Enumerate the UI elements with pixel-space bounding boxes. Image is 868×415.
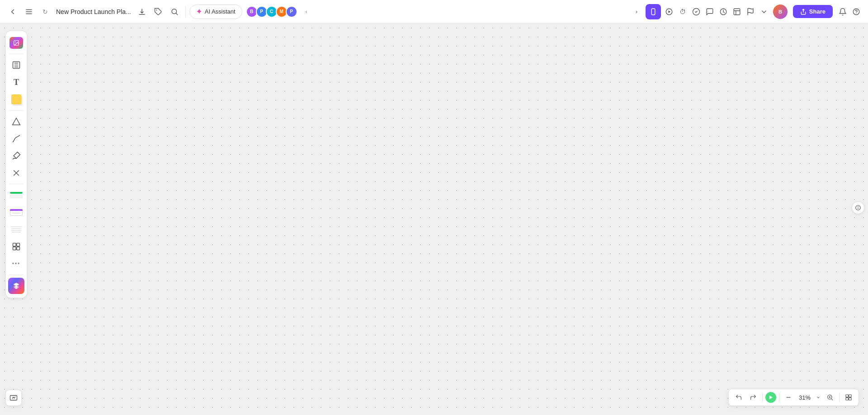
more-tools-dots: ••• [12, 261, 21, 267]
svg-rect-28 [849, 398, 851, 400]
user-avatar[interactable]: B [773, 5, 788, 19]
svg-point-0 [156, 9, 157, 10]
comment-button[interactable] [703, 5, 716, 18]
svg-rect-15 [17, 243, 20, 247]
card-header [10, 209, 23, 211]
zoom-level-display[interactable]: 31% [797, 394, 813, 401]
canvas-area[interactable] [0, 23, 868, 415]
brand-tool[interactable] [8, 278, 24, 294]
shape-tool[interactable] [8, 113, 24, 130]
minimap-button[interactable] [5, 390, 22, 406]
text-tool[interactable]: T [8, 74, 24, 90]
color-bar-green [10, 192, 23, 194]
controls-divider-2 [779, 393, 779, 402]
pen-tool[interactable] [8, 131, 24, 147]
svg-rect-14 [13, 243, 16, 247]
download-button[interactable] [135, 5, 149, 19]
svg-marker-11 [13, 118, 20, 125]
more-right-button[interactable] [758, 5, 770, 18]
svg-point-1 [172, 9, 177, 14]
table-body [10, 195, 23, 198]
controls-divider [762, 393, 763, 402]
document-title[interactable]: New Product Launch Pla... [56, 8, 131, 15]
sticky-tool[interactable] [8, 91, 24, 107]
sidebar-separator [9, 54, 24, 54]
doc-line-3 [11, 230, 22, 231]
timer-button[interactable]: ⏱ [676, 5, 689, 18]
collaborator-avatars: B P C M P [246, 6, 297, 18]
svg-line-22 [831, 399, 833, 400]
controls-divider-3 [839, 393, 840, 402]
svg-rect-5 [734, 9, 740, 15]
svg-rect-16 [13, 247, 16, 250]
top-toolbar: ↻ New Product Launch Pla... ✦ AI Assista… [0, 0, 868, 23]
zoom-in-button[interactable] [824, 391, 836, 404]
doc-tool[interactable] [8, 221, 24, 238]
svg-marker-3 [668, 10, 670, 13]
avatar-5: P [286, 6, 297, 18]
vote-button[interactable] [690, 5, 703, 18]
sticky-icon [11, 94, 21, 104]
svg-marker-19 [769, 396, 773, 399]
svg-point-9 [15, 42, 16, 42]
brand-icon [8, 278, 24, 294]
notification-button[interactable] [836, 5, 849, 18]
doc-line-4 [12, 232, 21, 233]
expand-button[interactable]: › [629, 5, 644, 19]
flag-button[interactable] [744, 5, 757, 18]
table-tool[interactable] [8, 187, 24, 203]
svg-rect-27 [846, 398, 848, 400]
ai-assistant-label: AI Assistant [205, 8, 236, 15]
card-tool[interactable] [8, 204, 24, 220]
redo-button[interactable] [747, 391, 760, 404]
collapse-panel-button[interactable]: ‹ [299, 5, 314, 19]
share-button[interactable]: Share [793, 5, 833, 18]
ai-logo: ✦ [196, 8, 202, 16]
ai-assistant-button[interactable]: ✦ AI Assistant [189, 5, 242, 19]
more-tools[interactable]: ••• [8, 256, 24, 272]
connector-tool[interactable] [8, 165, 24, 181]
svg-point-7 [853, 9, 859, 15]
highlight-tool[interactable] [8, 148, 24, 164]
text-tool-icon: T [14, 78, 19, 87]
undo-button[interactable] [732, 391, 745, 404]
sidebar-separator-4 [9, 275, 24, 275]
grid-tool[interactable] [8, 238, 24, 255]
card-body [10, 211, 23, 216]
svg-rect-25 [846, 395, 848, 397]
play-button[interactable] [663, 5, 675, 18]
doc-title-text: New Product Launch Pla... [56, 8, 131, 15]
back-button[interactable] [5, 5, 20, 19]
info-button[interactable] [852, 201, 864, 214]
user-initial: B [778, 9, 782, 14]
fit-view-button[interactable] [842, 391, 855, 404]
right-toolbar: › ⏱ B Share [629, 4, 863, 19]
doc-line-1 [10, 226, 22, 227]
menu-button[interactable] [22, 5, 36, 19]
help-button[interactable] [850, 5, 863, 18]
doc-line-2 [11, 228, 21, 229]
sync-button[interactable]: ↻ [38, 5, 52, 19]
layout-button[interactable] [731, 5, 743, 18]
history-button[interactable] [717, 5, 730, 18]
image-tool[interactable] [8, 35, 24, 51]
sidebar-separator-2 [9, 110, 24, 111]
svg-rect-26 [849, 395, 851, 397]
search-button[interactable] [167, 5, 182, 19]
tag-button[interactable] [151, 5, 165, 19]
left-sidebar: T ••• [5, 31, 27, 298]
sidebar-separator-3 [9, 184, 24, 184]
toolbar-divider [185, 6, 186, 17]
svg-rect-17 [17, 247, 20, 250]
present-play-button[interactable] [765, 392, 776, 403]
active-tool-indicator[interactable] [646, 4, 661, 19]
zoom-dropdown-button[interactable] [815, 391, 822, 404]
frame-tool[interactable] [8, 57, 24, 73]
zoom-out-button[interactable] [782, 391, 795, 404]
zoom-controls: 31% [728, 389, 859, 406]
share-label: Share [809, 8, 826, 15]
